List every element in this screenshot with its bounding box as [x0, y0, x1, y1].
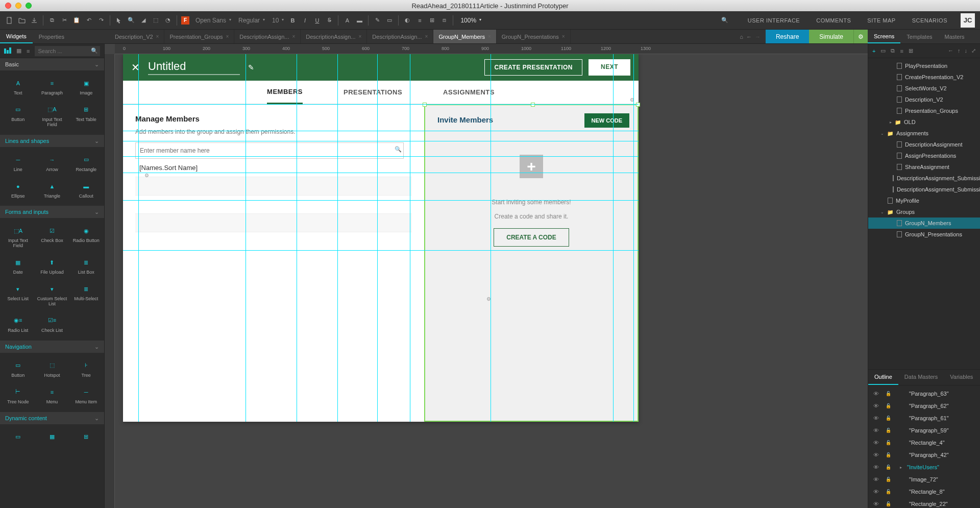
tab-widgets[interactable]: Widgets	[0, 30, 33, 43]
tree-folder[interactable]: ⌄📁Assignments	[868, 128, 980, 139]
tree-folder[interactable]: ▸📁OLD	[868, 116, 980, 128]
outline-item[interactable]: 👁🔓▸"InviteUsers"	[868, 461, 980, 473]
visibility-icon[interactable]: 👁	[873, 501, 880, 507]
category-lines[interactable]: Lines and shapes	[0, 135, 104, 147]
tree-screen-item[interactable]: Presentation_Groups	[868, 105, 980, 116]
widget-view-list-icon[interactable]: ≡	[27, 48, 30, 54]
redo-icon[interactable]: ↷	[96, 16, 106, 25]
widget-item[interactable]: ≡Paragraph	[36, 75, 68, 99]
widget-item[interactable]: ─Line	[2, 151, 34, 176]
document-tab[interactable]: DescriptionAssign...×	[301, 30, 367, 43]
visibility-icon[interactable]: 👁	[873, 440, 880, 446]
cut-icon[interactable]: ✂	[60, 16, 69, 25]
add-screen-icon[interactable]: +	[872, 48, 875, 54]
widget-search-input[interactable]	[35, 46, 100, 56]
tab-masters[interactable]: Masters	[939, 30, 971, 43]
tree-screen-item[interactable]: DescriptionAssignment_Submission	[868, 173, 980, 184]
bold-icon[interactable]: B	[288, 16, 297, 25]
create-code-button[interactable]: CREATE A CODE	[494, 228, 569, 247]
category-dynamic[interactable]: Dynamic content	[0, 412, 104, 424]
crop-icon[interactable]: ⬚	[151, 16, 160, 25]
visibility-icon[interactable]: 👁	[873, 391, 880, 397]
close-tab-icon[interactable]: ×	[359, 34, 362, 39]
canvas-viewport[interactable]: ✕ Untitled ✎ CREATE PRESENTATION NEXT ME…	[105, 54, 868, 508]
widget-item[interactable]: ◉≡Radio List	[2, 312, 34, 336]
widget-item[interactable]: ▾Custom Select List	[36, 280, 68, 310]
paste-icon[interactable]: 📋	[72, 16, 81, 25]
widget-item[interactable]: ◉Radio Button	[70, 222, 102, 252]
widget-item[interactable]: →Arrow	[36, 151, 68, 176]
font-size-dropdown[interactable]: 10	[269, 16, 285, 25]
lock-icon[interactable]: 🔓	[886, 501, 892, 506]
save-icon[interactable]	[30, 16, 39, 25]
distribute-icon[interactable]: ⊞	[427, 16, 436, 25]
outline-item[interactable]: 👁🔓"Rectangle_4"	[868, 437, 980, 449]
up-icon[interactable]: ↑	[958, 47, 961, 54]
eyedrop-icon[interactable]: ◔	[163, 16, 173, 25]
close-tab-icon[interactable]: ×	[425, 34, 428, 39]
align-icon[interactable]: ≡	[415, 16, 424, 25]
tree-screen-item[interactable]: SelectWords_V2	[868, 83, 980, 94]
widget-item[interactable]: AText	[2, 75, 34, 99]
tab-data-masters[interactable]: Data Masters	[898, 370, 944, 385]
fill-color-icon[interactable]: ▬	[355, 16, 364, 25]
widget-item[interactable]: ≣List Box	[70, 254, 102, 278]
tab-assignments[interactable]: ASSIGNMENTS	[443, 81, 495, 103]
close-tab-icon[interactable]: ×	[562, 34, 565, 39]
outline-item[interactable]: 👁🔓"Paragraph_59"	[868, 424, 980, 437]
tab-presentations[interactable]: PRESENTATIONS	[344, 81, 402, 103]
widget-item[interactable]: ⬆File Upload	[36, 254, 68, 278]
widget-view-bars-icon[interactable]	[4, 47, 11, 55]
lock-icon[interactable]: 🔓	[886, 403, 892, 408]
nav-site-map[interactable]: SITE MAP	[859, 17, 903, 23]
grid-view-icon[interactable]: ⊞	[909, 47, 913, 54]
document-tab[interactable]: GroupN_Presentations×	[497, 30, 571, 43]
home-icon[interactable]: ⌂	[740, 34, 743, 40]
strike-icon[interactable]: S̶	[325, 16, 334, 25]
tree-screen-item[interactable]: GroupN_Members	[868, 217, 980, 229]
new-code-button[interactable]: NEW CODE	[584, 113, 630, 128]
list-view-icon[interactable]: ≡	[900, 48, 903, 54]
category-nav[interactable]: Navigation	[0, 341, 104, 353]
outline-item[interactable]: 👁🔓"Paragraph_61"	[868, 412, 980, 424]
category-forms[interactable]: Forms and inputs	[0, 206, 104, 218]
visibility-icon[interactable]: 👁	[873, 415, 880, 421]
widget-item[interactable]: ⬚Hotspot	[36, 357, 68, 381]
widget-item[interactable]: ▲Triangle	[36, 178, 68, 202]
tab-screens[interactable]: Screens	[868, 30, 900, 43]
lock-icon[interactable]: 🔓	[886, 440, 892, 445]
text-color-icon[interactable]: A	[342, 16, 352, 25]
lock-icon[interactable]: 🔓	[886, 452, 892, 457]
tree-screen-item[interactable]: CreatePresentation_V2	[868, 71, 980, 83]
lock-icon[interactable]: 🔓	[886, 416, 892, 421]
back-icon[interactable]: ←	[948, 47, 953, 54]
widget-item[interactable]: ▭	[2, 428, 34, 446]
border-icon[interactable]: ▭	[385, 16, 394, 25]
widget-item[interactable]: ▭Button	[2, 357, 34, 381]
widget-item[interactable]: ▣Image	[70, 75, 102, 99]
tab-variables[interactable]: Variables	[944, 370, 979, 385]
back-icon[interactable]: ←	[746, 34, 752, 40]
underline-icon[interactable]: U	[312, 16, 322, 25]
close-tab-icon[interactable]: ×	[226, 34, 229, 39]
outline-item[interactable]: 👁🔓"Paragraph_62"	[868, 400, 980, 412]
create-presentation-button[interactable]: CREATE PRESENTATION	[484, 59, 582, 76]
widget-item[interactable]: ▭Button	[2, 101, 34, 131]
widget-item[interactable]: ●Ellipse	[2, 178, 34, 202]
outline-item[interactable]: 👁🔓"Image_72"	[868, 473, 980, 486]
visibility-icon[interactable]: 👁	[873, 427, 880, 433]
outline-item[interactable]: 👁🔓"Paragraph_63"	[868, 388, 980, 400]
nav-user-interface[interactable]: USER INTERFACE	[740, 17, 808, 23]
document-tab[interactable]: DescriptionAssign...×	[367, 30, 433, 43]
zoom-icon[interactable]: 🔍	[127, 16, 136, 25]
visibility-icon[interactable]: 👁	[873, 403, 880, 409]
search-icon[interactable]: 🔍	[720, 16, 729, 25]
member-list-row[interactable]	[135, 196, 412, 214]
edit-title-icon[interactable]: ✎	[248, 63, 254, 71]
outline-item[interactable]: 👁🔓"Rectangle_8"	[868, 486, 980, 498]
widget-item[interactable]: ▦Date	[2, 254, 34, 278]
copy-icon[interactable]: ⧉	[47, 16, 57, 25]
outline-item[interactable]: 👁🔓"Paragraph_42"	[868, 449, 980, 461]
tree-screen-item[interactable]: PlayPresentation	[868, 60, 980, 71]
new-folder-icon[interactable]: ▭	[880, 47, 886, 54]
